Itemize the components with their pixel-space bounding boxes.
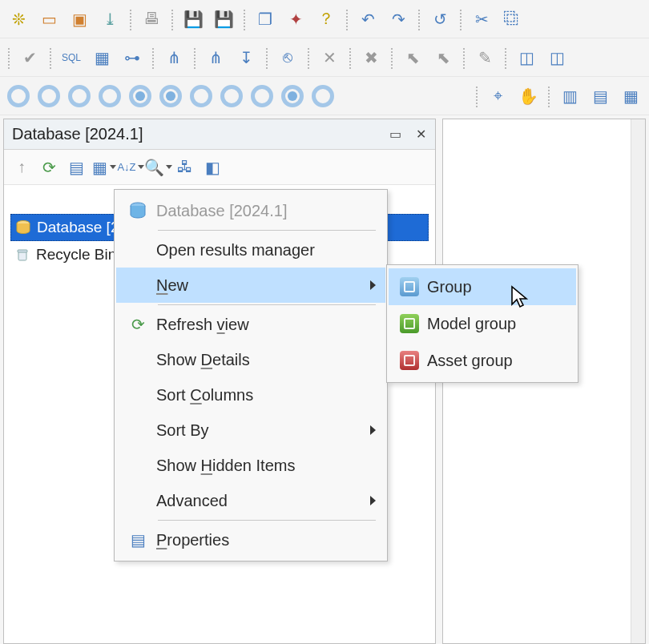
print-icon[interactable]: 🖶 [138, 6, 165, 33]
menu-show-hidden[interactable]: Show Hidden Items [116, 448, 385, 483]
vertical-scrollbar[interactable] [631, 119, 645, 643]
sort-az-icon[interactable]: A↓Z [118, 155, 143, 180]
redo-icon[interactable]: ↷ [385, 6, 412, 33]
menu-item-label: New [156, 276, 370, 295]
branch-alt-icon[interactable]: ⋔ [202, 44, 229, 71]
locate-icon[interactable]: ⌖ [484, 83, 511, 110]
step-fwd-icon[interactable] [96, 83, 123, 110]
graph-node-icon[interactable]: ⊶ [119, 44, 146, 71]
play-icon[interactable] [127, 83, 154, 110]
select-icon[interactable]: ⬉ [399, 44, 426, 71]
import-icon[interactable]: ⤓ [96, 6, 123, 33]
menu-sort-columns[interactable]: Sort Columns [116, 377, 385, 413]
menu-item-label: Refresh view [156, 316, 376, 334]
copy-icon[interactable]: ⿻ [498, 6, 526, 33]
select-add-icon[interactable]: ⬉ [429, 44, 457, 71]
panel-titlebar: Database [2024.1] ▭ ✕ [4, 119, 435, 150]
panel-left-icon[interactable]: ◫ [513, 44, 540, 71]
loop-icon[interactable] [187, 83, 215, 110]
undo-icon[interactable]: ↶ [354, 6, 381, 33]
menu-advanced[interactable]: Advanced [116, 483, 385, 518]
pause-icon[interactable] [66, 83, 93, 110]
menu-show-details[interactable]: Show Details [116, 342, 385, 377]
snap-icon[interactable]: ⎋ [274, 44, 301, 71]
fast-fwd-icon[interactable] [218, 83, 245, 110]
menu-item-label: Sort By [156, 421, 370, 440]
toolbar-row-1: ❊ ▭ ▣ ⤓ 🖶 💾 💾 ❐ ✦ ？ ↶ ↷ ↺ ✂ ⿻ [0, 0, 649, 38]
submenu-group[interactable]: Group [389, 268, 576, 305]
details-view-icon[interactable]: ▦ [91, 155, 116, 180]
menu-item-label: Advanced [156, 492, 370, 510]
step-back-icon[interactable] [35, 83, 62, 110]
new-submenu: Group Model group Asset group [386, 264, 578, 383]
skip-end-icon[interactable] [248, 83, 276, 110]
panel-title: Database [2024.1] [12, 125, 143, 143]
menu-refresh[interactable]: ⟳ Refresh view [116, 307, 385, 342]
panel-restore-icon[interactable]: ▭ [385, 125, 405, 144]
separator [266, 46, 268, 69]
model-group-icon [392, 314, 427, 333]
separator [8, 46, 10, 69]
filter-icon[interactable]: ◧ [200, 155, 225, 180]
separator [476, 85, 478, 107]
menu-item-label: Sort Columns [156, 386, 376, 405]
pan-hand-icon[interactable]: ✋ [514, 83, 542, 110]
toolbar-row-3: ⌖ ✋ ▥ ▤ ▦ [0, 77, 649, 115]
menu-properties[interactable]: ▤ Properties [116, 522, 385, 557]
cut-icon[interactable]: ✂ [468, 6, 495, 33]
menu-divider [158, 304, 376, 305]
save-icon[interactable]: 💾 [179, 6, 207, 33]
menu-new[interactable]: New [116, 268, 385, 303]
separator [152, 46, 154, 69]
new-folder-icon[interactable]: ▭ [35, 6, 62, 33]
panel-close-icon[interactable]: ✕ [411, 125, 430, 144]
context-menu-header: Database [2024.1] [116, 193, 385, 228]
submenu-item-label: Model group [427, 315, 566, 333]
asset-group-icon [392, 351, 427, 370]
record-icon[interactable] [157, 83, 184, 110]
panel-right-icon[interactable]: ◫ [543, 44, 570, 71]
branch-icon[interactable]: ⋔ [160, 44, 187, 71]
connect-icon[interactable]: 🖧 [172, 155, 198, 180]
nav-up-icon[interactable]: ↑ [9, 155, 34, 180]
separator [418, 8, 420, 30]
copy-special-icon[interactable]: ❐ [252, 6, 279, 33]
menu-open-results[interactable]: Open results manager [116, 232, 385, 268]
view-c-icon[interactable]: ▦ [617, 83, 644, 110]
stop-icon[interactable] [309, 83, 337, 110]
separator [171, 8, 173, 30]
rewind-icon[interactable] [5, 83, 32, 110]
info-icon[interactable] [279, 83, 306, 110]
puzzle-icon[interactable]: ✦ [282, 6, 309, 33]
menu-sort-by[interactable]: Sort By [116, 413, 385, 448]
main-toolbars: ❊ ▭ ▣ ⤓ 🖶 💾 💾 ❐ ✦ ？ ↶ ↷ ↺ ✂ ⿻ ✔ SQL ▦ ⊶ … [0, 0, 649, 115]
tree-item-label: Recycle Bin [36, 246, 116, 264]
delete-icon[interactable]: ✕ [316, 44, 343, 71]
new-file-icon[interactable]: ❊ [5, 6, 32, 33]
panel-toolbar: ↑ ⟳ ▤ ▦ A↓Z 🔍 🖧 ◧ [4, 150, 435, 185]
refresh-icon[interactable]: ⟳ [36, 155, 62, 180]
submenu-item-label: Asset group [427, 352, 566, 370]
submenu-arrow-icon [370, 425, 376, 435]
find-icon[interactable]: 🔍 [145, 155, 171, 180]
branch-down-icon[interactable]: ↧ [232, 44, 260, 71]
validate-icon[interactable]: ✔ [16, 44, 43, 71]
submenu-asset-group[interactable]: Asset group [389, 342, 576, 379]
view-b-icon[interactable]: ▤ [587, 83, 614, 110]
clear-selection-icon[interactable]: ✖ [357, 44, 385, 71]
list-view-icon[interactable]: ▤ [63, 155, 89, 180]
sql-icon[interactable]: SQL [58, 44, 85, 71]
help-icon[interactable]: ？ [312, 6, 340, 33]
separator [505, 46, 506, 69]
view-a-icon[interactable]: ▥ [556, 83, 583, 110]
table-icon[interactable]: ▦ [88, 44, 115, 71]
database-icon [14, 219, 32, 236]
database-icon [119, 201, 156, 220]
submenu-model-group[interactable]: Model group [389, 305, 576, 342]
svg-rect-2 [18, 250, 27, 252]
measure-icon[interactable]: ✎ [471, 44, 498, 71]
open-icon[interactable]: ▣ [66, 6, 93, 33]
menu-item-label: Properties [156, 531, 376, 549]
undo-all-icon[interactable]: ↺ [426, 6, 453, 33]
save-all-icon[interactable]: 💾 [210, 6, 237, 33]
